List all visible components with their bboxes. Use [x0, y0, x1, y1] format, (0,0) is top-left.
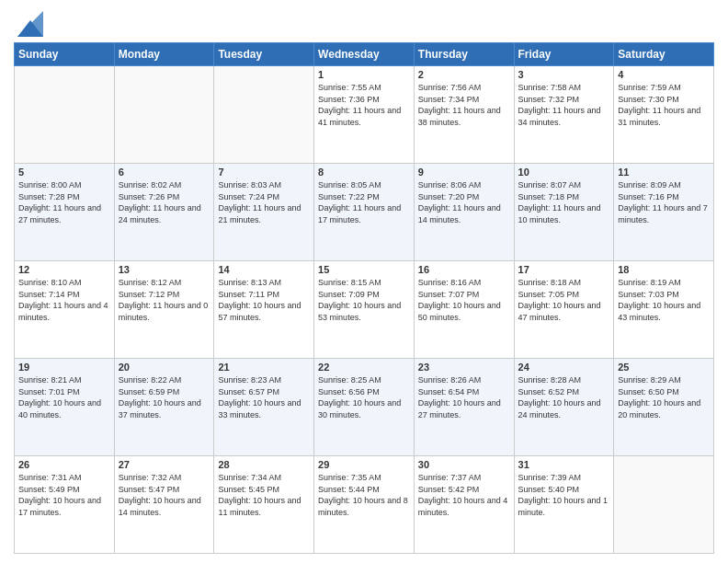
calendar-cell: 21Sunrise: 8:23 AM Sunset: 6:57 PM Dayli… [214, 359, 314, 456]
calendar-cell: 5Sunrise: 8:00 AM Sunset: 7:28 PM Daylig… [15, 164, 115, 261]
day-number: 11 [618, 167, 710, 178]
day-info: Sunrise: 7:58 AM Sunset: 7:32 PM Dayligh… [518, 82, 610, 128]
weekday-header-saturday: Saturday [614, 43, 714, 66]
day-number: 22 [318, 362, 410, 373]
day-number: 28 [218, 459, 310, 470]
calendar-cell: 25Sunrise: 8:29 AM Sunset: 6:50 PM Dayli… [614, 359, 714, 456]
calendar-cell: 31Sunrise: 7:39 AM Sunset: 5:40 PM Dayli… [514, 456, 614, 554]
day-number: 1 [318, 69, 410, 80]
calendar-cell: 27Sunrise: 7:32 AM Sunset: 5:47 PM Dayli… [114, 456, 214, 554]
weekday-header-row: SundayMondayTuesdayWednesdayThursdayFrid… [15, 43, 714, 66]
calendar-cell [114, 66, 214, 164]
calendar-cell: 7Sunrise: 8:03 AM Sunset: 7:24 PM Daylig… [214, 164, 314, 261]
day-info: Sunrise: 8:12 AM Sunset: 7:12 PM Dayligh… [119, 277, 210, 323]
weekday-header-tuesday: Tuesday [214, 43, 314, 66]
calendar-cell: 19Sunrise: 8:21 AM Sunset: 7:01 PM Dayli… [15, 359, 115, 456]
calendar-cell: 14Sunrise: 8:13 AM Sunset: 7:11 PM Dayli… [214, 261, 314, 359]
day-info: Sunrise: 8:10 AM Sunset: 7:14 PM Dayligh… [18, 277, 110, 323]
day-info: Sunrise: 8:13 AM Sunset: 7:11 PM Dayligh… [218, 277, 310, 323]
day-info: Sunrise: 8:22 AM Sunset: 6:59 PM Dayligh… [119, 374, 210, 420]
day-info: Sunrise: 8:06 AM Sunset: 7:20 PM Dayligh… [418, 179, 510, 225]
day-number: 2 [418, 69, 510, 80]
calendar-cell [214, 66, 314, 164]
day-number: 8 [318, 167, 410, 178]
calendar-cell: 10Sunrise: 8:07 AM Sunset: 7:18 PM Dayli… [514, 164, 614, 261]
calendar-cell: 6Sunrise: 8:02 AM Sunset: 7:26 PM Daylig… [114, 164, 214, 261]
day-info: Sunrise: 8:02 AM Sunset: 7:26 PM Dayligh… [119, 179, 210, 225]
calendar-week-row: 5Sunrise: 8:00 AM Sunset: 7:28 PM Daylig… [15, 164, 714, 261]
day-info: Sunrise: 8:07 AM Sunset: 7:18 PM Dayligh… [518, 179, 610, 225]
day-info: Sunrise: 8:26 AM Sunset: 6:54 PM Dayligh… [418, 374, 510, 420]
day-info: Sunrise: 8:28 AM Sunset: 6:52 PM Dayligh… [518, 374, 610, 420]
day-info: Sunrise: 7:56 AM Sunset: 7:34 PM Dayligh… [418, 82, 510, 128]
day-info: Sunrise: 8:18 AM Sunset: 7:05 PM Dayligh… [518, 277, 610, 323]
calendar-cell: 4Sunrise: 7:59 AM Sunset: 7:30 PM Daylig… [614, 66, 714, 164]
day-number: 15 [318, 264, 410, 275]
day-number: 10 [518, 167, 610, 178]
day-number: 7 [218, 167, 310, 178]
day-number: 14 [218, 264, 310, 275]
calendar-cell: 11Sunrise: 8:09 AM Sunset: 7:16 PM Dayli… [614, 164, 714, 261]
day-number: 3 [518, 69, 610, 80]
day-number: 6 [119, 167, 210, 178]
day-info: Sunrise: 7:32 AM Sunset: 5:47 PM Dayligh… [119, 472, 210, 518]
page: SundayMondayTuesdayWednesdayThursdayFrid… [0, 0, 728, 563]
calendar-cell: 23Sunrise: 8:26 AM Sunset: 6:54 PM Dayli… [414, 359, 514, 456]
day-number: 23 [418, 362, 510, 373]
day-info: Sunrise: 8:29 AM Sunset: 6:50 PM Dayligh… [618, 374, 710, 420]
day-number: 20 [119, 362, 210, 373]
day-number: 18 [618, 264, 710, 275]
day-number: 12 [18, 264, 110, 275]
calendar-cell: 2Sunrise: 7:56 AM Sunset: 7:34 PM Daylig… [414, 66, 514, 164]
calendar-cell: 20Sunrise: 8:22 AM Sunset: 6:59 PM Dayli… [114, 359, 214, 456]
day-info: Sunrise: 7:55 AM Sunset: 7:36 PM Dayligh… [318, 82, 410, 128]
calendar-cell [15, 66, 115, 164]
day-number: 30 [418, 459, 510, 470]
calendar-cell: 29Sunrise: 7:35 AM Sunset: 5:44 PM Dayli… [314, 456, 415, 554]
logo-icon [17, 11, 43, 37]
calendar-cell: 17Sunrise: 8:18 AM Sunset: 7:05 PM Dayli… [514, 261, 614, 359]
day-info: Sunrise: 7:37 AM Sunset: 5:42 PM Dayligh… [418, 472, 510, 518]
day-number: 31 [518, 459, 610, 470]
day-number: 24 [518, 362, 610, 373]
day-number: 19 [18, 362, 110, 373]
calendar-week-row: 12Sunrise: 8:10 AM Sunset: 7:14 PM Dayli… [15, 261, 714, 359]
calendar-cell: 30Sunrise: 7:37 AM Sunset: 5:42 PM Dayli… [414, 456, 514, 554]
day-info: Sunrise: 8:19 AM Sunset: 7:03 PM Dayligh… [618, 277, 710, 323]
day-info: Sunrise: 8:15 AM Sunset: 7:09 PM Dayligh… [318, 277, 410, 323]
header [14, 9, 714, 37]
weekday-header-monday: Monday [114, 43, 214, 66]
calendar-cell: 22Sunrise: 8:25 AM Sunset: 6:56 PM Dayli… [314, 359, 415, 456]
calendar-cell: 16Sunrise: 8:16 AM Sunset: 7:07 PM Dayli… [414, 261, 514, 359]
day-info: Sunrise: 8:16 AM Sunset: 7:07 PM Dayligh… [418, 277, 510, 323]
calendar-cell [614, 456, 714, 554]
calendar-week-row: 1Sunrise: 7:55 AM Sunset: 7:36 PM Daylig… [15, 66, 714, 164]
day-info: Sunrise: 8:09 AM Sunset: 7:16 PM Dayligh… [618, 179, 710, 225]
day-number: 17 [518, 264, 610, 275]
day-info: Sunrise: 7:35 AM Sunset: 5:44 PM Dayligh… [318, 472, 410, 518]
calendar-cell: 9Sunrise: 8:06 AM Sunset: 7:20 PM Daylig… [414, 164, 514, 261]
day-number: 26 [18, 459, 110, 470]
day-number: 5 [18, 167, 110, 178]
calendar-week-row: 26Sunrise: 7:31 AM Sunset: 5:49 PM Dayli… [15, 456, 714, 554]
day-info: Sunrise: 7:31 AM Sunset: 5:49 PM Dayligh… [18, 472, 110, 518]
weekday-header-friday: Friday [514, 43, 614, 66]
calendar-cell: 1Sunrise: 7:55 AM Sunset: 7:36 PM Daylig… [314, 66, 415, 164]
weekday-header-wednesday: Wednesday [314, 43, 415, 66]
day-number: 27 [119, 459, 210, 470]
calendar-week-row: 19Sunrise: 8:21 AM Sunset: 7:01 PM Dayli… [15, 359, 714, 456]
day-info: Sunrise: 8:25 AM Sunset: 6:56 PM Dayligh… [318, 374, 410, 420]
calendar-cell: 28Sunrise: 7:34 AM Sunset: 5:45 PM Dayli… [214, 456, 314, 554]
day-number: 25 [618, 362, 710, 373]
calendar-cell: 26Sunrise: 7:31 AM Sunset: 5:49 PM Dayli… [15, 456, 115, 554]
day-info: Sunrise: 7:39 AM Sunset: 5:40 PM Dayligh… [518, 472, 610, 518]
day-info: Sunrise: 7:59 AM Sunset: 7:30 PM Dayligh… [618, 82, 710, 128]
day-info: Sunrise: 8:03 AM Sunset: 7:24 PM Dayligh… [218, 179, 310, 225]
calendar-cell: 3Sunrise: 7:58 AM Sunset: 7:32 PM Daylig… [514, 66, 614, 164]
calendar-cell: 12Sunrise: 8:10 AM Sunset: 7:14 PM Dayli… [15, 261, 115, 359]
day-number: 29 [318, 459, 410, 470]
calendar-cell: 15Sunrise: 8:15 AM Sunset: 7:09 PM Dayli… [314, 261, 415, 359]
calendar-cell: 8Sunrise: 8:05 AM Sunset: 7:22 PM Daylig… [314, 164, 415, 261]
weekday-header-sunday: Sunday [15, 43, 115, 66]
calendar-cell: 24Sunrise: 8:28 AM Sunset: 6:52 PM Dayli… [514, 359, 614, 456]
